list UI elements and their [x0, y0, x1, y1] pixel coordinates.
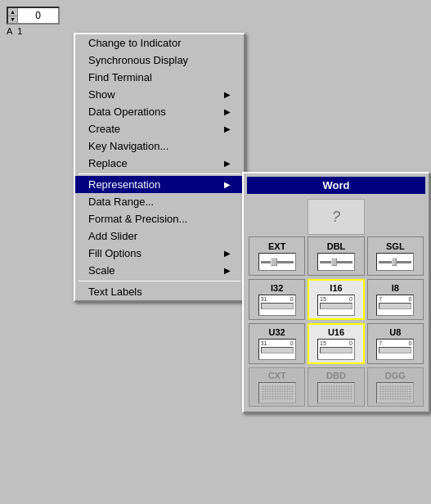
fill-options-submenu-arrow: ▶: [224, 249, 231, 258]
label-a: A: [7, 26, 12, 36]
repr-cell-u32[interactable]: U32 310: [249, 323, 305, 364]
dgg-icon: [376, 382, 414, 403]
separator-2: [79, 281, 240, 281]
repr-row-1: EXT DBL SGL: [247, 235, 425, 277]
numeric-control: ▲ ▼ 0 A 1: [7, 7, 76, 36]
u8-label: U8: [389, 327, 401, 337]
u16-label: U16: [328, 327, 344, 337]
menu-item-create[interactable]: Create ▶: [75, 120, 244, 137]
widget-labels: A 1: [7, 26, 76, 36]
u8-icon: 70: [376, 339, 414, 360]
menu-item-text-labels[interactable]: Text Labels: [75, 283, 244, 300]
menu-item-data-range[interactable]: Data Range...: [75, 193, 244, 210]
repr-cell-empty-0-2: [367, 199, 424, 235]
create-submenu-arrow: ▶: [224, 124, 231, 133]
i8-label: I8: [392, 283, 399, 293]
scale-submenu-arrow: ▶: [224, 266, 231, 275]
repr-cell-default[interactable]: ?: [308, 199, 364, 235]
dbl-icon: [317, 253, 355, 271]
repr-row-3: U32 310 U16 150: [247, 322, 425, 366]
repr-cell-u16[interactable]: U16 150: [308, 323, 364, 364]
i16-label: I16: [330, 283, 342, 293]
menu-item-representation[interactable]: Representation ▶: [75, 176, 244, 193]
i32-icon: 310: [258, 295, 296, 316]
menu-item-data-operations[interactable]: Data Operations ▶: [75, 103, 244, 120]
repr-row-0: ?: [247, 197, 425, 235]
menu-item-show[interactable]: Show ▶: [75, 86, 244, 103]
numeric-value: 0: [18, 8, 58, 23]
repr-cell-empty-0-0: [249, 199, 305, 235]
ext-label: EXT: [268, 241, 285, 251]
u16-icon: 150: [317, 339, 355, 360]
repr-row-4: CXT DBD DGG: [247, 366, 425, 408]
i8-icon: 70: [376, 295, 414, 316]
show-submenu-arrow: ▶: [224, 90, 231, 99]
menu-item-find-terminal[interactable]: Find Terminal: [75, 69, 244, 86]
representation-submenu: Word ? EXT DBL: [242, 172, 430, 413]
context-menu: Change to Indicator Synchronous Display …: [74, 33, 245, 302]
repr-cell-cxt[interactable]: CXT: [249, 367, 305, 407]
repr-cell-i16[interactable]: I16 150: [308, 279, 364, 320]
replace-submenu-arrow: ▶: [224, 159, 231, 168]
menu-item-change-to-indicator[interactable]: Change to Indicator: [75, 34, 244, 52]
menu-item-replace[interactable]: Replace ▶: [75, 155, 244, 172]
menu-item-scale[interactable]: Scale ▶: [75, 262, 244, 279]
menu-item-key-navigation[interactable]: Key Navigation...: [75, 137, 244, 155]
dbd-label: DBD: [326, 371, 346, 380]
repr-cell-u8[interactable]: U8 70: [367, 323, 424, 364]
i32-label: I32: [271, 283, 283, 293]
menu-item-fill-options[interactable]: Fill Options ▶: [75, 245, 244, 262]
dbd-icon: [317, 382, 355, 403]
representation-submenu-arrow: ▶: [224, 180, 231, 189]
repr-cell-dgg[interactable]: DGG: [367, 367, 424, 407]
cxt-icon: [258, 382, 296, 403]
representation-submenu-title: Word: [247, 177, 425, 194]
menu-item-add-slider[interactable]: Add Slider: [75, 227, 244, 245]
repr-cell-i32[interactable]: I32 310: [249, 279, 305, 320]
sgl-icon: [376, 253, 414, 271]
repr-cell-dbd[interactable]: DBD: [308, 367, 364, 407]
repr-cell-i8[interactable]: I8 70: [367, 279, 424, 320]
repr-cell-ext[interactable]: EXT: [249, 236, 305, 276]
question-mark-icon: ?: [332, 209, 340, 226]
u32-label: U32: [269, 327, 285, 337]
sgl-label: SGL: [386, 241, 405, 251]
main-container: ▲ ▼ 0 A 1 Change to Indicator Synchronou…: [0, 0, 431, 504]
menu-item-synchronous-display[interactable]: Synchronous Display: [75, 52, 244, 69]
spin-down-arrow[interactable]: ▼: [8, 16, 17, 24]
dgg-label: DGG: [385, 371, 406, 380]
repr-row-2: I32 310 I16 150: [247, 277, 425, 322]
ext-icon: [258, 253, 296, 271]
i16-icon: 150: [317, 295, 355, 316]
cxt-label: CXT: [268, 371, 286, 380]
spinbox[interactable]: ▲ ▼ 0: [7, 7, 60, 25]
menu-item-format-precision[interactable]: Format & Precision...: [75, 210, 244, 227]
dbl-label: DBL: [327, 241, 346, 251]
u32-icon: 310: [258, 339, 296, 360]
spin-arrows: ▲ ▼: [8, 8, 18, 23]
repr-cell-sgl[interactable]: SGL: [367, 236, 424, 276]
spin-up-arrow[interactable]: ▲: [8, 8, 17, 16]
repr-cell-dbl[interactable]: DBL: [308, 236, 364, 276]
data-ops-submenu-arrow: ▶: [224, 107, 231, 116]
label-1: 1: [17, 26, 22, 36]
separator-1: [79, 173, 240, 174]
